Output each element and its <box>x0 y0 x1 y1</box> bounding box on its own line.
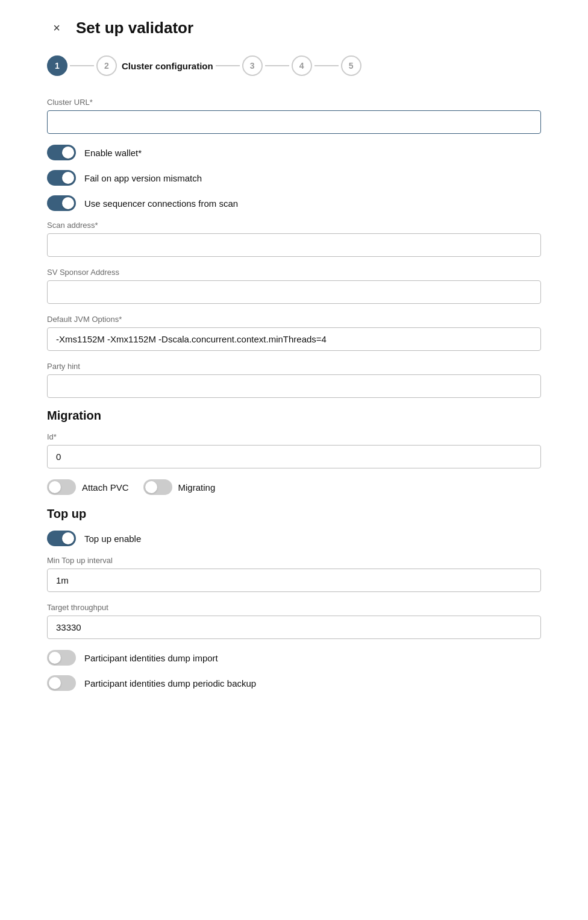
topup-enable-toggle[interactable] <box>47 531 76 546</box>
step-4[interactable]: 4 <box>292 55 312 76</box>
migrating-track[interactable] <box>143 479 172 495</box>
fail-version-mismatch-label: Fail on app version mismatch <box>84 173 202 183</box>
migration-id-label: Id* <box>47 432 541 441</box>
jvm-options-field: Default JVM Options* <box>47 315 541 351</box>
fail-version-mismatch-row: Fail on app version mismatch <box>47 170 541 186</box>
step-3[interactable]: 3 <box>242 55 263 76</box>
migration-id-field: Id* <box>47 432 541 468</box>
participant-dump-backup-row: Participant identities dump periodic bac… <box>47 675 541 691</box>
fail-version-mismatch-track[interactable] <box>47 170 76 186</box>
use-sequencer-track[interactable] <box>47 195 76 211</box>
step-connector-3-4 <box>265 65 289 66</box>
participant-dump-backup-label: Participant identities dump periodic bac… <box>84 678 256 688</box>
stepper: 1 2 Cluster configuration 3 4 5 <box>47 55 541 76</box>
target-throughput-input[interactable] <box>47 616 541 639</box>
participant-dump-import-row: Participant identities dump import <box>47 650 541 666</box>
step-connector-1-2 <box>70 65 94 66</box>
attach-pvc-thumb <box>49 481 61 493</box>
participant-dump-backup-thumb <box>49 677 61 689</box>
participant-dump-import-toggle[interactable] <box>47 650 76 666</box>
use-sequencer-toggle[interactable] <box>47 195 76 211</box>
cluster-url-field: Cluster URL* <box>47 98 541 134</box>
fail-version-mismatch-thumb <box>62 172 74 184</box>
use-sequencer-thumb <box>62 197 74 209</box>
page-header: × Set up validator <box>47 18 541 37</box>
target-throughput-field: Target throughput <box>47 603 541 639</box>
step-connector-4-5 <box>314 65 339 66</box>
enable-wallet-thumb <box>62 147 74 159</box>
jvm-options-label: Default JVM Options* <box>47 315 541 324</box>
attach-pvc-row: Attach PVC <box>47 479 129 495</box>
use-sequencer-row: Use sequencer connections from scan <box>47 195 541 211</box>
migrating-row: Migrating <box>143 479 216 495</box>
step-5[interactable]: 5 <box>341 55 361 76</box>
party-hint-field: Party hint <box>47 362 541 398</box>
step-4-circle: 4 <box>292 55 312 76</box>
enable-wallet-toggle[interactable] <box>47 145 76 160</box>
jvm-options-input[interactable] <box>47 327 541 351</box>
migration-id-input[interactable] <box>47 445 541 468</box>
party-hint-label: Party hint <box>47 362 541 371</box>
participant-dump-import-label: Participant identities dump import <box>84 653 218 663</box>
close-button[interactable]: × <box>47 18 66 37</box>
topup-enable-row: Top up enable <box>47 531 541 546</box>
party-hint-input[interactable] <box>47 374 541 398</box>
attach-pvc-label: Attach PVC <box>82 482 129 493</box>
min-topup-interval-input[interactable] <box>47 569 541 592</box>
step-5-circle: 5 <box>341 55 361 76</box>
scan-address-label: Scan address* <box>47 221 541 230</box>
target-throughput-label: Target throughput <box>47 603 541 612</box>
migration-section: Migration Id* Attach PVC Mi <box>47 409 541 495</box>
sv-sponsor-input[interactable] <box>47 280 541 304</box>
enable-wallet-label: Enable wallet* <box>84 148 142 158</box>
fail-version-mismatch-toggle[interactable] <box>47 170 76 186</box>
scan-address-input[interactable] <box>47 233 541 257</box>
step-1-circle: 1 <box>47 55 67 76</box>
use-sequencer-label: Use sequencer connections from scan <box>84 198 238 209</box>
scan-address-field: Scan address* <box>47 221 541 257</box>
attach-pvc-track[interactable] <box>47 479 76 495</box>
sv-sponsor-field: SV Sponsor Address <box>47 268 541 304</box>
cluster-url-label: Cluster URL* <box>47 98 541 107</box>
step-1[interactable]: 1 <box>47 55 67 76</box>
migrating-thumb <box>145 481 157 493</box>
migration-toggles-row: Attach PVC Migrating <box>47 479 541 495</box>
enable-wallet-track[interactable] <box>47 145 76 160</box>
topup-enable-label: Top up enable <box>84 534 141 544</box>
enable-wallet-row: Enable wallet* <box>47 145 541 160</box>
step-3-circle: 3 <box>242 55 263 76</box>
migration-section-title: Migration <box>47 409 541 423</box>
step-2[interactable]: 2 Cluster configuration <box>96 55 213 76</box>
topup-section-title: Top up <box>47 507 541 521</box>
participant-dump-backup-track[interactable] <box>47 675 76 691</box>
topup-enable-track[interactable] <box>47 531 76 546</box>
step-2-circle: 2 <box>96 55 117 76</box>
migrating-label: Migrating <box>178 482 216 493</box>
min-topup-interval-field: Min Top up interval <box>47 556 541 592</box>
cluster-url-input[interactable] <box>47 110 541 134</box>
step-connector-2-3 <box>216 65 240 66</box>
attach-pvc-toggle[interactable] <box>47 479 76 495</box>
participant-dump-backup-toggle[interactable] <box>47 675 76 691</box>
migrating-toggle[interactable] <box>143 479 172 495</box>
min-topup-interval-label: Min Top up interval <box>47 556 541 565</box>
step-2-label: Cluster configuration <box>122 61 213 71</box>
participant-dump-import-track[interactable] <box>47 650 76 666</box>
page-title: Set up validator <box>76 19 193 37</box>
topup-enable-thumb <box>62 532 74 544</box>
topup-section: Top up Top up enable Min Top up interval… <box>47 507 541 691</box>
participant-dump-import-thumb <box>49 652 61 664</box>
sv-sponsor-label: SV Sponsor Address <box>47 268 541 277</box>
